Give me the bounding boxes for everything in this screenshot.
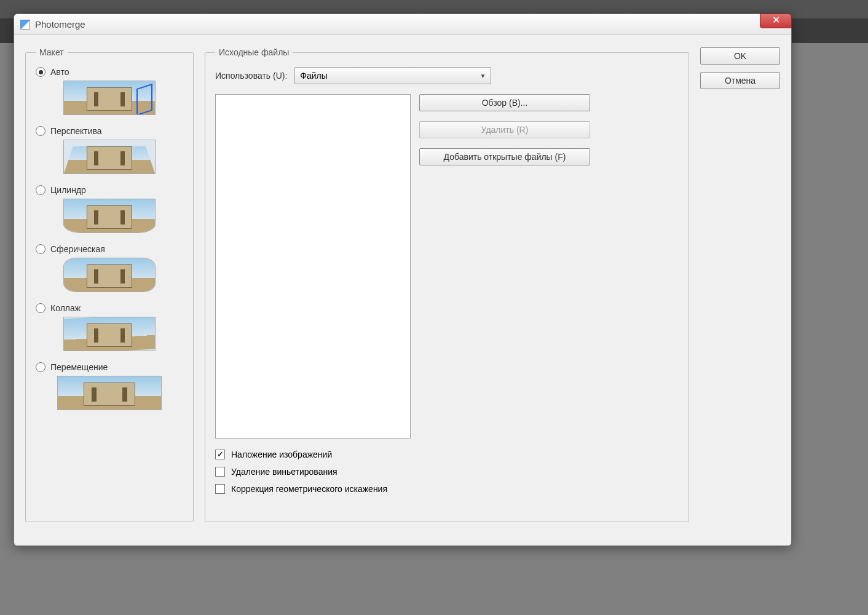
thumb-spherical — [63, 258, 156, 292]
close-button[interactable]: ✕ — [760, 14, 792, 28]
thumb-collage — [63, 317, 156, 351]
layout-legend: Макет — [36, 47, 68, 57]
check-geo-correction[interactable]: Коррекция геометрического искажения — [215, 484, 679, 494]
radio-icon — [36, 67, 45, 77]
radio-icon — [36, 244, 45, 254]
thumb-reposition — [57, 376, 162, 410]
radio-icon — [36, 303, 45, 313]
source-group: Исходные файлы Использовать (U): Файлы ▼… — [205, 47, 689, 522]
browse-button[interactable]: Обзор (B)... — [419, 94, 590, 111]
photomerge-dialog: Photomerge ✕ Макет Авто Перспектива Цили… — [14, 14, 792, 546]
ok-button[interactable]: OK — [700, 47, 780, 65]
source-legend: Исходные файлы — [215, 47, 293, 57]
cancel-button[interactable]: Отмена — [700, 72, 780, 89]
check-blend[interactable]: Наложение изображений — [215, 450, 679, 459]
thumb-auto — [63, 81, 156, 115]
radio-auto[interactable]: Авто — [36, 67, 183, 77]
thumb-perspective — [63, 140, 156, 174]
radio-reposition[interactable]: Перемещение — [36, 362, 183, 372]
app-icon — [20, 20, 30, 30]
radio-icon — [36, 362, 45, 372]
radio-icon — [36, 126, 45, 136]
radio-perspective[interactable]: Перспектива — [36, 126, 183, 136]
radio-icon — [36, 185, 45, 195]
checkbox-icon — [215, 484, 225, 494]
radio-spherical[interactable]: Сферическая — [36, 244, 183, 254]
layout-group: Макет Авто Перспектива Цилиндр Сферическ… — [25, 47, 194, 522]
remove-button[interactable]: Удалить (R) — [419, 121, 590, 138]
checkbox-icon — [215, 467, 225, 477]
file-list[interactable] — [215, 94, 411, 438]
check-vignette[interactable]: Удаление виньетирования — [215, 467, 679, 477]
use-dropdown[interactable]: Файлы ▼ — [294, 67, 491, 84]
radio-cylinder[interactable]: Цилиндр — [36, 185, 183, 195]
checkbox-icon — [215, 450, 225, 459]
use-value: Файлы — [300, 71, 327, 81]
thumb-cylinder — [63, 199, 156, 233]
radio-collage[interactable]: Коллаж — [36, 303, 183, 313]
titlebar[interactable]: Photomerge ✕ — [14, 14, 791, 35]
window-title: Photomerge — [35, 19, 85, 30]
add-open-files-button[interactable]: Добавить открытые файлы (F) — [419, 148, 590, 165]
use-label: Использовать (U): — [215, 71, 287, 81]
chevron-down-icon: ▼ — [479, 73, 486, 79]
